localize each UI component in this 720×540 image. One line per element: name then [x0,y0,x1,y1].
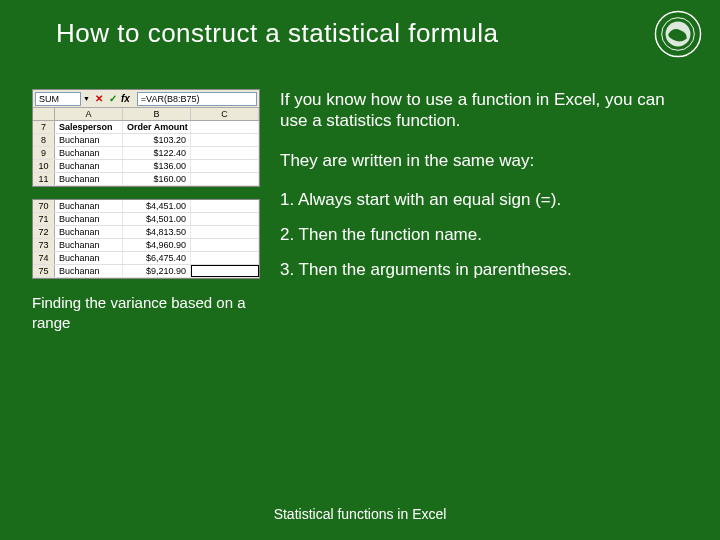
col-header: C [191,108,259,120]
cell [191,252,259,264]
cell: $9,210.90 [123,265,191,277]
formula-tooltip: =VAR(B8:B75) [258,265,259,277]
cell: $4,501.00 [123,213,191,225]
cell: Buchanan [55,239,123,251]
row-header: 74 [33,252,55,264]
cell: $160.00 [123,173,191,185]
cell [191,213,259,225]
cell: Buchanan [55,200,123,212]
fx-icon: fx [121,93,130,104]
cell: Salesperson [55,121,123,133]
dropdown-icon: ▼ [83,95,90,102]
cell [191,134,259,146]
cell: Order Amount [123,121,191,133]
cell [191,160,259,172]
formula-input: =VAR(B8:B75) [137,92,257,106]
col-header: B [123,108,191,120]
slide-title: How to construct a statistical formula [0,0,720,49]
cell: Buchanan [55,226,123,238]
enter-icon: ✓ [107,93,119,105]
cell: $136.00 [123,160,191,172]
paragraph: They are written in the same way: [280,150,692,171]
row-header: 10 [33,160,55,172]
col-header: A [55,108,123,120]
cell: Buchanan [55,160,123,172]
selected-cell: =VAR(B8:B75) [191,265,259,277]
cell [191,226,259,238]
institute-seal-icon [654,10,702,58]
image-caption: Finding the variance based on a range [32,293,260,332]
paragraph: If you know how to use a function in Exc… [280,89,692,132]
cell: $122.40 [123,147,191,159]
cancel-icon: ✕ [93,93,105,105]
cell [191,173,259,185]
row-header: 8 [33,134,55,146]
row-header: 70 [33,200,55,212]
cell [191,121,259,133]
cell: Buchanan [55,147,123,159]
row-header: 7 [33,121,55,133]
excel-screenshot-bottom: 70 Buchanan $4,451.00 71 Buchanan $4,501… [32,199,260,279]
row-header: 11 [33,173,55,185]
cell: Buchanan [55,265,123,277]
left-column: SUM ▼ ✕ ✓ fx =VAR(B8:B75) A B C 7 Salesp… [32,89,260,332]
row-header: 73 [33,239,55,251]
row-header: 72 [33,226,55,238]
step-item: 1. Always start with an equal sign (=). [280,189,692,210]
cell: $6,475.40 [123,252,191,264]
footer-text: Statistical functions in Excel [0,506,720,522]
cell: Buchanan [55,213,123,225]
cell [191,147,259,159]
excel-screenshot-top: SUM ▼ ✕ ✓ fx =VAR(B8:B75) A B C 7 Salesp… [32,89,260,187]
body-text: If you know how to use a function in Exc… [280,89,692,332]
row-header: 71 [33,213,55,225]
row-header: 9 [33,147,55,159]
cell: Buchanan [55,252,123,264]
cell: Buchanan [55,173,123,185]
cell [191,239,259,251]
cell: $4,451.00 [123,200,191,212]
cell [191,200,259,212]
cell: $103.20 [123,134,191,146]
formula-bar: SUM ▼ ✕ ✓ fx =VAR(B8:B75) [33,90,259,108]
cell: $4,960.90 [123,239,191,251]
cell: $4,813.50 [123,226,191,238]
step-item: 2. Then the function name. [280,224,692,245]
row-header: 75 [33,265,55,277]
cell: Buchanan [55,134,123,146]
step-item: 3. Then the arguments in parentheses. [280,259,692,280]
name-box: SUM [35,92,81,106]
